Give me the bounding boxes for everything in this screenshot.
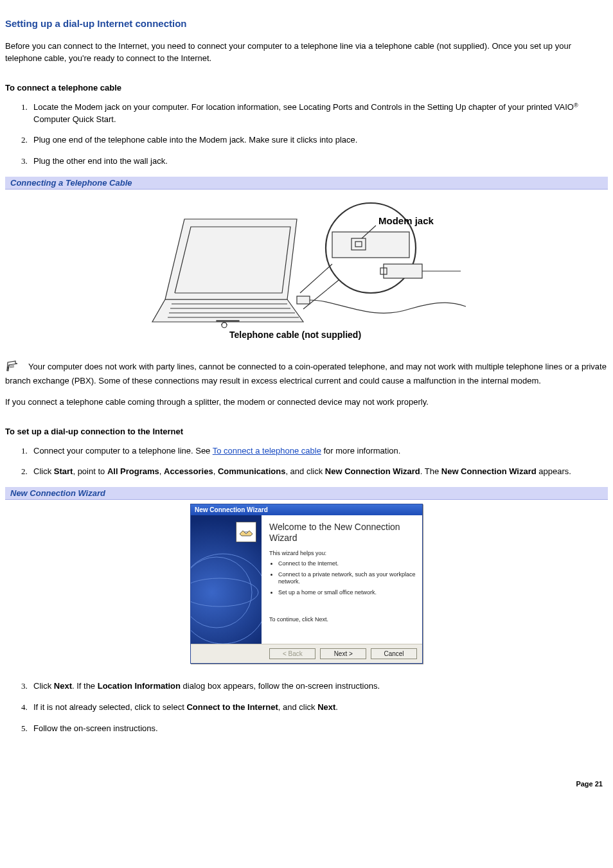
- figure-wizard: New Connection Wizard: [5, 504, 608, 664]
- wizard-content: Welcome to the New Connection Wizard Thi…: [262, 515, 422, 644]
- bold: Start: [54, 466, 73, 476]
- list-item: Click Next. If the Location Information …: [30, 680, 608, 693]
- list-item: Plug the other end into the wall jack.: [30, 155, 608, 168]
- svg-point-21: [191, 578, 258, 607]
- step-text: , point to: [73, 466, 107, 476]
- step-text: for more information.: [321, 446, 401, 456]
- bold: Location Information: [98, 681, 181, 691]
- wizard-titlebar: New Connection Wizard: [191, 504, 422, 515]
- list-item: If it is not already selected, click to …: [30, 702, 608, 714]
- bold: Next: [317, 702, 335, 712]
- note: Your computer does not work with party l…: [5, 360, 608, 387]
- procedure-list: Connect your computer to a telephone lin…: [5, 445, 608, 479]
- bold: Communications: [218, 466, 285, 476]
- list-item: Connect your computer to a telephone lin…: [30, 445, 608, 457]
- procedure-list: Click Next. If the Location Information …: [5, 680, 608, 735]
- step-text: ,: [213, 466, 218, 476]
- section-heading: To connect a telephone cable: [5, 83, 608, 93]
- bold: Accessories: [164, 466, 213, 476]
- list-item: Click Start, point to All Programs, Acce…: [30, 466, 608, 478]
- svg-point-20: [191, 554, 262, 644]
- next-button[interactable]: Next >: [320, 648, 366, 659]
- wizard-bullet: Connect to the Internet.: [278, 560, 416, 568]
- cancel-button[interactable]: Cancel: [371, 648, 417, 659]
- wizard-dialog: New Connection Wizard: [190, 504, 423, 664]
- svg-line-18: [10, 367, 14, 368]
- step-text: , and click: [278, 702, 317, 712]
- step-text: Click: [33, 466, 54, 476]
- figure-modem-diagram: Modem jack Telephone cable (not supplied…: [5, 193, 608, 343]
- document-page: Setting up a dial-up Internet connection…: [0, 0, 613, 801]
- bold: All Programs: [107, 466, 159, 476]
- step-text: , and click: [285, 466, 324, 476]
- link-connect-telephone-cable[interactable]: To connect a telephone cable: [213, 446, 321, 456]
- figure-caption-bar: Connecting a Telephone Cable: [5, 177, 608, 190]
- note-text: Your computer does not work with party l…: [5, 362, 607, 385]
- step-text: Click: [33, 681, 54, 691]
- bold: New Connection Wizard: [325, 466, 420, 476]
- note-paragraph: If you connect a telephone cable coming …: [5, 396, 608, 409]
- step-text: .: [335, 702, 338, 712]
- wizard-continue-text: To continue, click Next.: [269, 616, 416, 623]
- figure-caption-bar: New Connection Wizard: [5, 487, 608, 500]
- list-item: Follow the on-screen instructions.: [30, 723, 608, 735]
- step-text: . If the: [72, 681, 98, 691]
- handshake-icon: [236, 522, 256, 542]
- bold: Next: [54, 681, 72, 691]
- wizard-subtext: This wizard helps you:: [269, 550, 416, 556]
- wizard-bullet: Connect to a private network, such as yo…: [278, 571, 416, 586]
- svg-rect-10: [384, 264, 422, 278]
- step-text: dialog box appears, follow the on-screen…: [181, 681, 380, 691]
- bold: Connect to the Internet: [186, 702, 278, 712]
- modem-diagram-svg: Modem jack Telephone cable (not supplied…: [139, 193, 474, 341]
- wizard-heading: Welcome to the New Connection Wizard: [269, 522, 416, 544]
- procedure-list: Locate the Modem jack on your computer. …: [5, 102, 608, 168]
- list-item: Locate the Modem jack on your computer. …: [30, 102, 608, 126]
- page-title: Setting up a dial-up Internet connection: [5, 18, 608, 29]
- page-number: Page 21: [5, 780, 608, 788]
- section-heading: To set up a dial-up connection to the In…: [5, 427, 608, 436]
- intro-paragraph: Before you can connect to the Internet, …: [5, 40, 608, 65]
- step-text: ,: [159, 466, 164, 476]
- wizard-button-bar: < Back Next > Cancel: [191, 644, 422, 663]
- wizard-body: Welcome to the New Connection Wizard Thi…: [191, 515, 422, 644]
- wizard-side-graphic: [191, 515, 262, 644]
- svg-line-13: [300, 264, 332, 293]
- step-text: . The: [420, 466, 441, 476]
- step-text: appears.: [537, 466, 571, 476]
- cable-label: Telephone cable (not supplied): [229, 330, 361, 340]
- svg-line-14: [303, 280, 339, 309]
- list-item: Plug one end of the telephone cable into…: [30, 134, 608, 146]
- step-text: Computer Quick Start.: [33, 114, 116, 124]
- back-button[interactable]: < Back: [269, 648, 315, 659]
- step-text: If it is not already selected, click to …: [33, 702, 186, 712]
- svg-rect-7: [332, 232, 409, 258]
- wizard-bullet: Set up a home or small office network.: [278, 589, 416, 597]
- bold: New Connection Wizard: [441, 466, 537, 476]
- step-text: Locate the Modem jack on your computer. …: [33, 102, 574, 112]
- registered-symbol: ®: [574, 102, 578, 109]
- step-text: Connect your computer to a telephone lin…: [33, 446, 213, 456]
- note-icon: [5, 360, 19, 375]
- svg-point-19: [191, 557, 252, 628]
- svg-rect-4: [217, 321, 239, 321]
- wizard-bullets: Connect to the Internet. Connect to a pr…: [269, 560, 416, 597]
- modem-jack-label: Modem jack: [378, 215, 434, 226]
- svg-line-17: [10, 366, 14, 366]
- svg-rect-15: [297, 296, 310, 304]
